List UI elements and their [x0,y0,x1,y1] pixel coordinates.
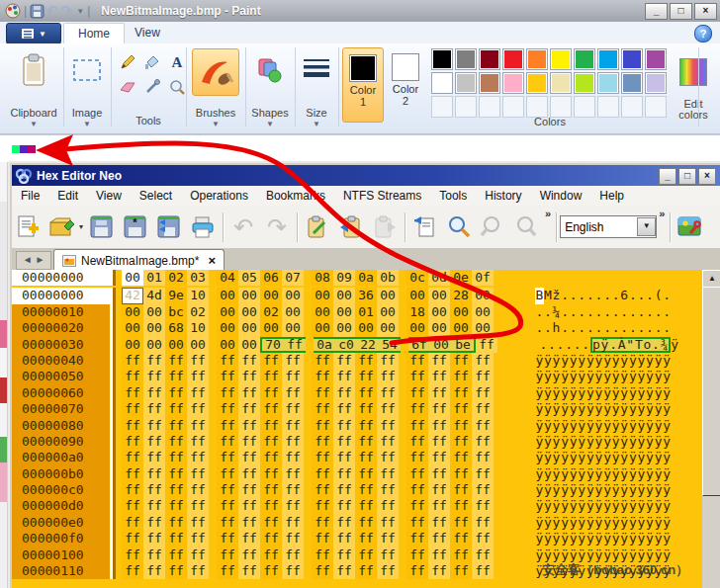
hex-byte[interactable]: ff [282,547,304,563]
hex-byte[interactable]: 00 [450,320,472,336]
hex-byte[interactable]: ff [355,369,377,384]
ascii-char[interactable]: ÿ [654,498,663,514]
hex-byte[interactable]: ff [428,450,450,465]
hex-byte[interactable]: 08 [312,270,333,286]
ascii-char[interactable]: ÿ [629,531,638,546]
ascii-char[interactable]: ÿ [552,498,561,514]
hex-byte[interactable]: ff [406,482,428,498]
ascii-char[interactable]: ÿ [569,353,578,369]
hex-byte[interactable]: ff [355,515,377,531]
ascii-char[interactable]: ÿ [637,482,646,498]
hex-byte[interactable]: ff [333,450,355,465]
palette-swatch-r2-9[interactable] [645,72,667,94]
hex-byte[interactable]: ff [282,401,304,417]
menu-view[interactable]: View [87,187,131,205]
ascii-char[interactable]: ÿ [569,401,578,417]
hex-byte[interactable]: 00 [333,320,355,336]
ascii-char[interactable]: ÿ [578,450,586,465]
hex-byte[interactable]: ff [333,385,355,401]
hex-byte[interactable]: ff [282,531,304,546]
ascii-char[interactable]: ÿ [629,498,638,514]
color2-button[interactable]: Color 2 [386,47,425,121]
hex-byte[interactable]: ff [333,515,355,531]
hex-byte[interactable]: ff [122,531,143,546]
hex-byte[interactable]: ff [312,434,333,450]
ascii-char[interactable]: p [592,339,601,351]
ascii-char[interactable]: ÿ [561,434,570,450]
hex-byte[interactable]: ff [428,531,450,546]
ascii-char[interactable]: ÿ [663,482,672,498]
hex-byte[interactable]: 09 [333,270,355,286]
ascii-char[interactable]: ÿ [535,515,544,531]
ascii-char[interactable]: ÿ [586,515,595,531]
hex-byte[interactable]: ff [238,450,260,465]
ascii-char[interactable]: ÿ [594,482,603,498]
hex-byte[interactable]: 00 [282,288,304,303]
hex-byte[interactable]: ff [187,466,209,482]
ascii-char[interactable]: . [620,320,629,336]
ascii-char[interactable]: ÿ [586,369,595,384]
ascii-char[interactable]: ÿ [646,434,655,450]
hex-byte[interactable]: ff [355,547,377,563]
ascii-char[interactable]: . [561,288,570,303]
hex-byte[interactable]: ff [406,385,428,401]
qat-dropdown-icon[interactable]: ▼ [76,7,84,16]
hex-byte[interactable]: ff [165,385,187,401]
ascii-char[interactable]: ÿ [586,450,595,465]
ascii-char[interactable]: . [654,304,663,320]
ascii-char[interactable]: ÿ [646,418,655,434]
hex-byte[interactable]: ff [238,547,260,563]
hex-byte[interactable]: 4d [143,288,165,303]
ascii-char[interactable]: . [594,304,603,320]
hex-byte[interactable]: 00 [122,270,143,286]
ascii-char[interactable]: ÿ [620,450,629,465]
ascii-char[interactable]: ÿ [603,385,612,401]
ascii-char[interactable]: M [544,288,553,303]
hex-byte[interactable]: ff [187,563,209,579]
edit-colors-button[interactable]: Edit colors [671,45,716,130]
hex-byte[interactable]: ff [428,369,450,384]
ascii-char[interactable]: ÿ [578,401,586,417]
hex-byte[interactable]: ff [450,434,472,450]
palette-swatch-r1-7[interactable] [597,48,619,70]
ascii-char[interactable]: ÿ [586,482,595,498]
hex-byte[interactable]: 36 [355,288,377,303]
palette-swatch-r1-4[interactable] [526,48,548,70]
ascii-char[interactable]: ÿ [594,434,603,450]
ascii-char[interactable]: ÿ [586,466,595,482]
hex-byte[interactable]: ff [217,369,238,384]
hex-byte[interactable]: ff [122,434,143,450]
ascii-char[interactable]: . [654,320,663,336]
ascii-char[interactable]: ÿ [535,466,544,482]
palette-swatch-empty-6[interactable] [574,96,595,118]
hex-byte[interactable]: 00 [428,320,450,336]
ascii-char[interactable]: ÿ [629,434,638,450]
ascii-char[interactable]: ÿ [603,418,612,434]
hex-byte[interactable]: 00 [217,304,238,320]
undo-button[interactable]: ↶ [226,210,260,245]
ascii-char[interactable]: ÿ [569,434,578,450]
ascii-char[interactable]: ÿ [544,531,553,546]
paint-canvas[interactable] [0,134,720,162]
ascii-char[interactable]: ÿ [578,498,586,514]
shapes-icon[interactable] [250,48,290,92]
hex-byte[interactable]: 0d [428,270,450,286]
hex-byte[interactable]: 22 [357,337,379,353]
hex-byte[interactable]: ff [238,498,260,514]
hex-byte[interactable]: ff [472,401,494,417]
ascii-char[interactable]: ÿ [603,466,612,482]
ascii-char[interactable]: ÿ [544,353,553,369]
select-icon[interactable] [67,48,107,92]
ascii-char[interactable]: . [586,320,595,336]
hex-byte[interactable]: 00 [165,337,187,353]
brushes-dropdown-icon[interactable]: ▼ [190,120,241,128]
ascii-char[interactable]: ÿ [654,515,663,531]
ascii-char[interactable]: . [586,304,595,320]
hex-byte[interactable]: ff [260,531,282,546]
ascii-char[interactable]: T [635,339,644,351]
hex-byte[interactable]: ff [472,369,494,384]
hex-byte[interactable]: ff [143,531,165,546]
hex-byte[interactable]: 00 [430,337,452,353]
ascii-char[interactable]: ÿ [561,401,570,417]
ascii-char[interactable]: ÿ [552,369,561,384]
